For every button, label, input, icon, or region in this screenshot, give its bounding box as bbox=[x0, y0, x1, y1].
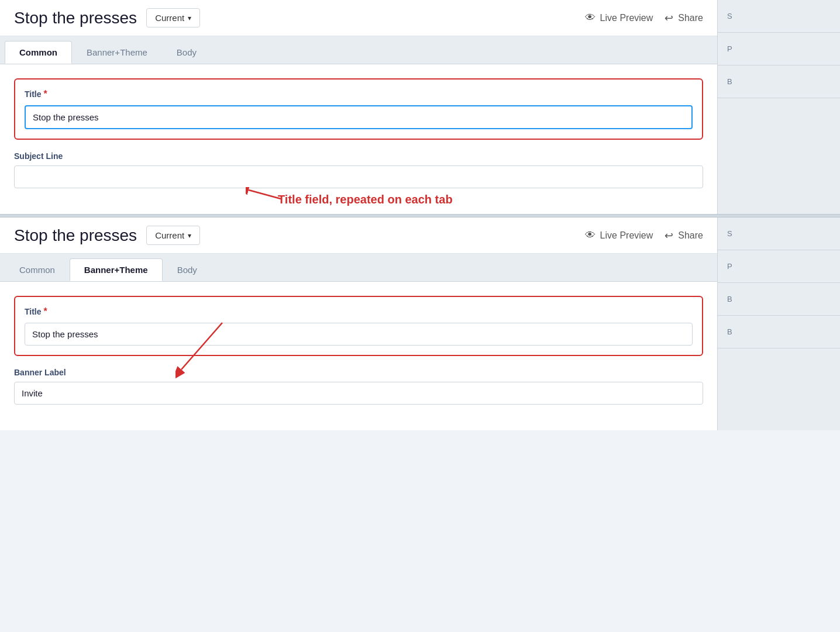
tab-common-top[interactable]: Common bbox=[5, 41, 72, 64]
bottom-banner-input[interactable] bbox=[14, 382, 703, 405]
top-panel-title: Stop the presses bbox=[14, 9, 137, 27]
bottom-chevron-icon: ▾ bbox=[188, 232, 191, 240]
bottom-sidebar-item-1: S bbox=[718, 217, 840, 250]
chevron-down-icon: ▾ bbox=[188, 14, 191, 22]
live-preview-button[interactable]: 👁 Live Preview bbox=[585, 12, 653, 24]
bottom-current-label: Current bbox=[155, 230, 184, 240]
live-preview-label: Live Preview bbox=[600, 13, 653, 23]
top-subject-label: Subject Line bbox=[14, 151, 703, 161]
required-star-bottom: * bbox=[44, 306, 47, 317]
sidebar-item-3: B bbox=[718, 65, 840, 98]
bottom-sidebar-item-3: B bbox=[718, 283, 840, 316]
sidebar-item-1: S bbox=[718, 0, 840, 33]
sidebar-item-2: P bbox=[718, 33, 840, 65]
bottom-title-label: Title * bbox=[25, 306, 693, 317]
bottom-share-label: Share bbox=[678, 230, 703, 241]
bottom-share-button[interactable]: ↪ Share bbox=[665, 229, 703, 242]
tab-banner-theme-bottom[interactable]: Banner+Theme bbox=[70, 258, 163, 281]
current-dropdown-button[interactable]: Current ▾ bbox=[146, 8, 200, 27]
bottom-tabs-bar: Common Banner+Theme Body bbox=[0, 254, 717, 282]
tab-common-bottom[interactable]: Common bbox=[5, 258, 70, 281]
tab-body-top[interactable]: Body bbox=[162, 41, 211, 64]
bottom-title-input[interactable] bbox=[25, 323, 693, 346]
bottom-panel-header: Stop the presses Current ▾ 👁 Live Previe… bbox=[0, 217, 717, 254]
top-sidebar-right: S P B bbox=[717, 0, 840, 214]
bottom-header-actions: 👁 Live Preview ↪ Share bbox=[585, 229, 703, 242]
share-button[interactable]: ↪ Share bbox=[665, 12, 703, 25]
top-panel-header: Stop the presses Current ▾ 👁 Live Previe… bbox=[0, 0, 717, 36]
bottom-live-preview-button[interactable]: 👁 Live Preview bbox=[585, 229, 653, 241]
required-star-top: * bbox=[44, 89, 47, 99]
header-actions: 👁 Live Preview ↪ Share bbox=[585, 12, 703, 25]
eye-icon: 👁 bbox=[585, 12, 595, 24]
top-subject-section: Subject Line bbox=[14, 151, 703, 188]
bottom-panel: Stop the presses Current ▾ 👁 Live Previe… bbox=[0, 217, 717, 430]
top-panel: Stop the presses Current ▾ 👁 Live Previe… bbox=[0, 0, 717, 214]
top-title-input[interactable] bbox=[25, 105, 693, 129]
top-subject-input[interactable] bbox=[14, 165, 703, 188]
current-label: Current bbox=[155, 13, 184, 23]
tab-body-bottom[interactable]: Body bbox=[163, 258, 212, 281]
bottom-panel-content: Title * Banner Label bbox=[0, 282, 717, 430]
bottom-eye-icon: 👁 bbox=[585, 229, 595, 241]
bottom-panel-title: Stop the presses bbox=[14, 226, 137, 245]
share-icon: ↪ bbox=[665, 12, 673, 25]
bottom-live-preview-label: Live Preview bbox=[600, 230, 653, 241]
top-panel-content: Title * Subject Line bbox=[0, 64, 717, 214]
top-title-field-section: Title * bbox=[14, 78, 703, 140]
top-tabs-bar: Common Banner+Theme Body bbox=[0, 36, 717, 64]
tab-banner-theme-top[interactable]: Banner+Theme bbox=[72, 41, 162, 64]
bottom-sidebar-item-2: P bbox=[718, 250, 840, 283]
top-title-label: Title * bbox=[25, 89, 693, 99]
bottom-share-icon: ↪ bbox=[665, 229, 673, 242]
bottom-banner-label: Banner Label bbox=[14, 368, 703, 377]
bottom-sidebar-right: S P B B bbox=[717, 217, 840, 430]
bottom-sidebar-item-4: B bbox=[718, 316, 840, 348]
share-label: Share bbox=[678, 13, 703, 23]
bottom-title-field-section: Title * bbox=[14, 296, 703, 356]
bottom-banner-section: Banner Label bbox=[14, 368, 703, 405]
bottom-current-dropdown-button[interactable]: Current ▾ bbox=[146, 226, 200, 245]
